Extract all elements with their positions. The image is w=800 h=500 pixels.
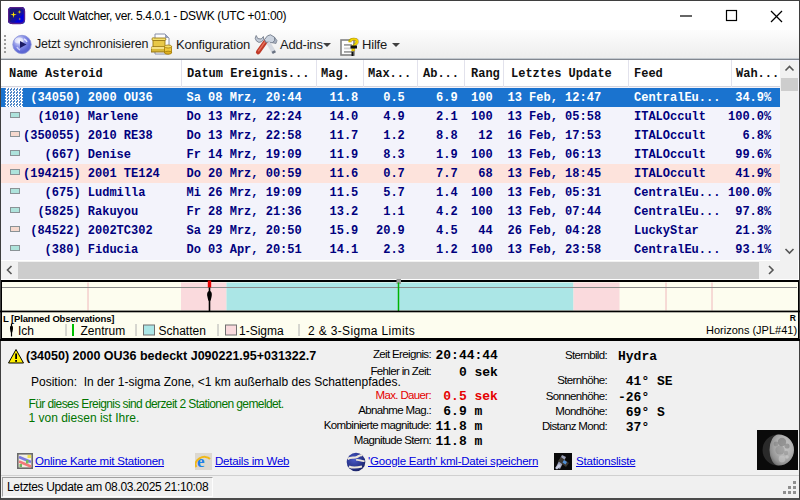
svg-text:e: e bbox=[197, 453, 205, 470]
svg-text:?: ? bbox=[348, 34, 360, 55]
